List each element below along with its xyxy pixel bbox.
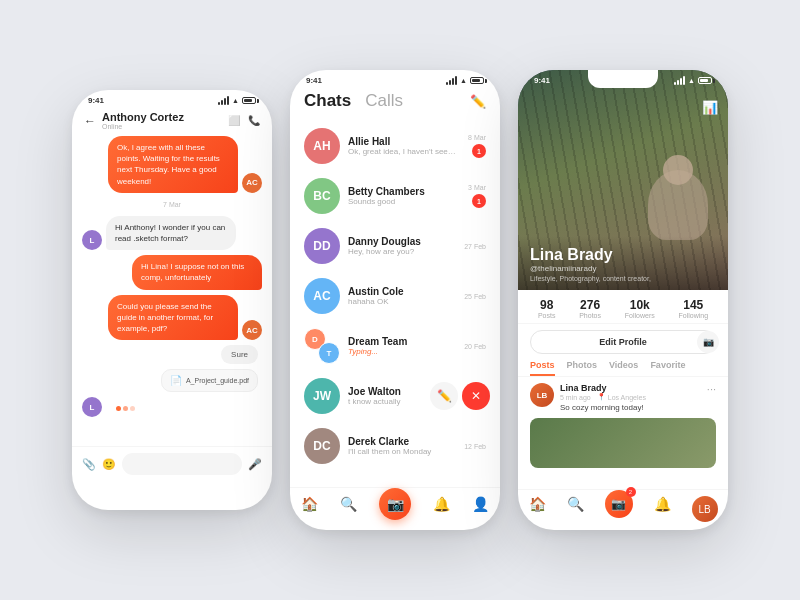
- post-author-name: Lina Brady: [560, 383, 701, 393]
- phone-left: 9:41 ▲ ← Anthony Cortez Online ⬜: [72, 90, 272, 510]
- tab-photos[interactable]: Photos: [567, 360, 598, 376]
- chat-header: ← Anthony Cortez Online ⬜ 📞: [72, 107, 272, 136]
- signal-icon: [446, 76, 457, 85]
- tab-videos[interactable]: Videos: [609, 360, 638, 376]
- post-text: So cozy morning today!: [560, 403, 701, 412]
- camera-nav-button[interactable]: 📷: [379, 488, 411, 520]
- stat-posts: 98 Posts: [538, 298, 556, 319]
- tab-calls[interactable]: Calls: [365, 91, 403, 111]
- stat-following-value: 145: [679, 298, 709, 312]
- chat-preview: Sounds good: [348, 197, 460, 206]
- chat-meta: 8 Mar 1: [468, 134, 486, 158]
- chat-contact-info: Anthony Cortez Online: [102, 111, 222, 130]
- chat-list-item[interactable]: DC Derek Clarke I'll call them on Monday…: [290, 421, 500, 471]
- swipe-actions: ✏️ ✕: [430, 371, 500, 421]
- message-input[interactable]: [122, 453, 242, 475]
- chat-meta: 12 Feb: [464, 443, 486, 450]
- battery-icon: [698, 77, 712, 84]
- home-nav-icon[interactable]: 🏠: [301, 496, 318, 520]
- chat-name: Danny Douglas: [348, 236, 456, 247]
- bottom-nav-center: 🏠 🔍 📷 🔔 👤: [290, 487, 500, 530]
- chat-time: 3 Mar: [468, 184, 486, 191]
- file-message: 📄 A_Project_guide.pdf: [161, 369, 258, 392]
- phone-call-icon[interactable]: 📞: [248, 115, 260, 126]
- bell-nav-icon[interactable]: 🔔: [654, 496, 671, 522]
- profile-nav-icon[interactable]: 👤: [472, 496, 489, 520]
- message-bubble-mine: Ok, I agree with all these points. Waiti…: [108, 136, 238, 193]
- wifi-icon: ▲: [232, 97, 239, 104]
- status-time-center: 9:41: [306, 76, 322, 85]
- chat-list-header: Chats Calls ✏️: [290, 87, 500, 121]
- status-icons-right: ▲: [674, 76, 712, 85]
- chat-name: Dream Team: [348, 336, 456, 347]
- profile-nav-button[interactable]: LB: [692, 496, 718, 522]
- avatar: AC: [242, 320, 262, 340]
- chat-meta: 25 Feb: [464, 293, 486, 300]
- stats-icon[interactable]: 📊: [702, 100, 718, 115]
- chat-list-item[interactable]: D T Dream Team Typing... 20 Feb: [290, 321, 500, 371]
- compose-button[interactable]: ✏️: [470, 94, 486, 109]
- stat-following-label: Following: [679, 312, 709, 319]
- delete-chat-button[interactable]: ✕: [462, 382, 490, 410]
- stat-followers: 10k Followers: [625, 298, 655, 319]
- edit-profile-button[interactable]: Edit Profile 📷: [530, 330, 716, 354]
- chat-avatar: AC: [304, 278, 340, 314]
- dot1: [116, 406, 121, 411]
- back-button[interactable]: ←: [84, 114, 96, 128]
- stat-posts-label: Posts: [538, 312, 556, 319]
- edit-chat-button[interactable]: ✏️: [430, 382, 458, 410]
- signal-icon: [218, 96, 229, 105]
- chat-list-item[interactable]: AC Austin Cole hahaha OK 25 Feb: [290, 271, 500, 321]
- chat-action-icons: ⬜ 📞: [228, 115, 260, 126]
- video-call-icon[interactable]: ⬜: [228, 115, 240, 126]
- tab-posts[interactable]: Posts: [530, 360, 555, 376]
- post-author-avatar: LB: [530, 383, 554, 407]
- tab-favorite[interactable]: Favorite: [650, 360, 685, 376]
- message-row: Ok, I agree with all these points. Waiti…: [82, 136, 262, 193]
- contact-name: Anthony Cortez: [102, 111, 222, 123]
- bell-nav-icon[interactable]: 🔔: [433, 496, 450, 520]
- battery-icon: [470, 77, 484, 84]
- chat-list-item[interactable]: AH Allie Hall Ok, great idea, I haven't …: [290, 121, 500, 171]
- profile-tabs: Posts Photos Videos Favorite: [518, 360, 728, 377]
- wifi-icon: ▲: [688, 77, 695, 84]
- stat-photos-label: Photos: [579, 312, 601, 319]
- camera-edit-icon: 📷: [697, 331, 719, 353]
- attachment-button[interactable]: 📎: [82, 458, 96, 471]
- stat-posts-value: 98: [538, 298, 556, 312]
- dot3: [130, 406, 135, 411]
- status-bar-right: 9:41 ▲: [518, 70, 728, 87]
- notch-left: [137, 90, 207, 108]
- edit-profile-label: Edit Profile: [599, 337, 647, 347]
- home-nav-icon[interactable]: 🏠: [529, 496, 546, 522]
- phones-container: 9:41 ▲ ← Anthony Cortez Online ⬜: [10, 70, 790, 530]
- post-more-button[interactable]: ···: [707, 383, 716, 395]
- emoji-button[interactable]: 🙂: [102, 458, 116, 471]
- chat-list-item[interactable]: DD Danny Douglas Hey, how are you? 27 Fe…: [290, 221, 500, 271]
- message-bubble-theirs: Hi Anthony! I wonder if you can read .sk…: [106, 216, 236, 250]
- chat-time: 12 Feb: [464, 443, 486, 450]
- typing-indicator: [106, 400, 145, 417]
- chat-info: Allie Hall Ok, great idea, I haven't see…: [348, 136, 460, 156]
- chat-meta: 3 Mar 1: [468, 184, 486, 208]
- chat-list-item[interactable]: JW Joe Walton t know actually 16 Feb ✏️ …: [290, 371, 500, 421]
- chat-info: Derek Clarke I'll call them on Monday: [348, 436, 456, 456]
- search-nav-icon[interactable]: 🔍: [567, 496, 584, 522]
- chat-list-item[interactable]: BC Betty Chambers Sounds good 3 Mar 1: [290, 171, 500, 221]
- message-row: Could you please send the guide in anoth…: [82, 295, 262, 341]
- chat-meta: 27 Feb: [464, 243, 486, 250]
- profile-overlay: Lina Brady @thelinamiinarady Lifestyle, …: [518, 236, 728, 290]
- post-location: 📍 Los Angeles: [597, 393, 646, 401]
- profile-stats: 98 Posts 276 Photos 10k Followers 145 Fo…: [518, 290, 728, 324]
- chat-avatar: DC: [304, 428, 340, 464]
- camera-nav-button[interactable]: 📷: [605, 490, 633, 518]
- status-icons-center: ▲: [446, 76, 484, 85]
- microphone-button[interactable]: 🎤: [248, 458, 262, 471]
- search-nav-icon[interactable]: 🔍: [340, 496, 357, 520]
- tab-chats[interactable]: Chats: [304, 91, 351, 111]
- notch-center: [360, 70, 430, 88]
- avatar: L: [82, 230, 102, 250]
- status-time-right: 9:41: [534, 76, 550, 85]
- title-row: Chats Calls ✏️: [304, 91, 486, 111]
- message-bubble-mine: Hi Lina! I suppose not on this comp, unf…: [132, 255, 262, 289]
